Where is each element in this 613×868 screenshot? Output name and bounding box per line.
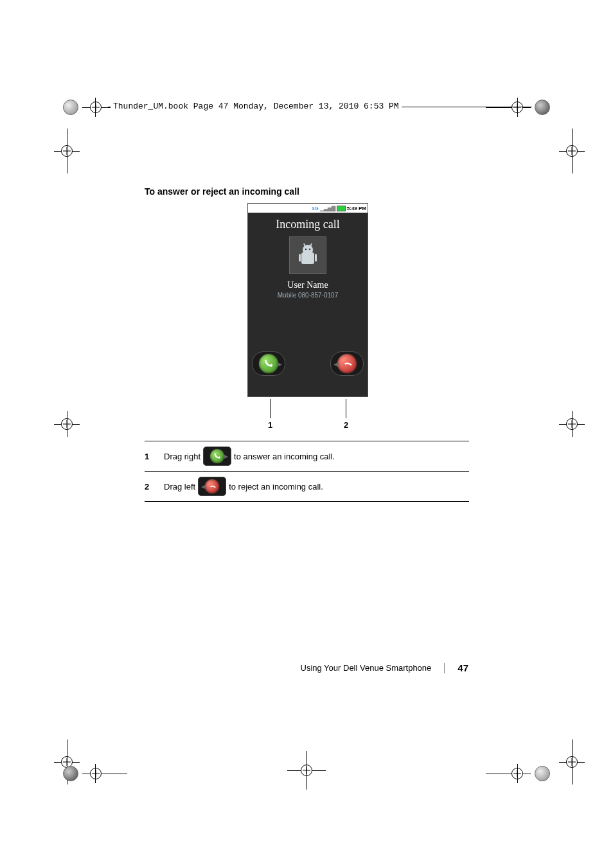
caller-name: User Name (248, 280, 368, 290)
callout-number-1: 1 (268, 420, 272, 430)
running-head: Thunder_UM.book Page 47 Monday, December… (111, 102, 402, 111)
page-number: 47 (458, 662, 468, 673)
phone-screen: 3G ▁▃▅▇ 5:49 PM Incoming call (247, 203, 368, 397)
signal-bars-icon: ▁▃▅▇ (320, 206, 335, 211)
footer-divider (444, 663, 445, 673)
table-row: 1 Drag right ▶ to answer an incoming cal… (145, 441, 469, 472)
android-avatar-icon (294, 241, 322, 269)
answer-slider-inline: ▶ (203, 447, 231, 466)
svg-point-4 (305, 249, 306, 250)
row-text-post: to reject an incoming call. (229, 482, 323, 492)
answer-slider[interactable]: ▶ (252, 351, 285, 376)
table-row: 2 Drag left ◀ to reject an incoming call… (145, 472, 469, 502)
crop-mark-top-right (486, 98, 550, 117)
footer-chapter: Using Your Dell Venue Smartphone (301, 663, 432, 673)
status-bar: 3G ▁▃▅▇ 5:49 PM (248, 204, 368, 213)
phone-reject-icon (205, 479, 219, 493)
network-3g-icon: 3G (312, 206, 319, 211)
screenshot-figure: 3G ▁▃▅▇ 5:49 PM Incoming call (145, 203, 469, 441)
row-number: 2 (145, 477, 164, 492)
phone-reject-icon (337, 354, 357, 373)
svg-point-1 (303, 245, 313, 255)
svg-point-5 (309, 249, 310, 250)
reject-slider-inline: ◀ (198, 477, 226, 496)
phone-answer-icon (259, 354, 278, 373)
phone-answer-icon (210, 449, 224, 463)
section-heading: To answer or reject an incoming call (145, 186, 469, 197)
row-number: 1 (145, 447, 164, 461)
row-text-post: to answer an incoming call. (234, 452, 335, 461)
svg-rect-7 (315, 254, 317, 261)
callout-line-2 (346, 399, 346, 418)
row-text-pre: Drag right (164, 452, 200, 461)
svg-rect-6 (299, 254, 301, 261)
caller-avatar (289, 236, 326, 274)
chevron-left-icon: ◀ (333, 360, 339, 368)
chevron-right-icon: ▶ (224, 454, 228, 459)
incoming-call-title: Incoming call (248, 218, 368, 231)
battery-icon (337, 206, 346, 211)
crop-mark-bottom-right (486, 764, 550, 783)
row-text-pre: Drag left (164, 482, 195, 492)
chevron-left-icon: ◀ (201, 484, 205, 490)
page-footer: Using Your Dell Venue Smartphone 47 (301, 662, 469, 673)
status-time: 5:49 PM (347, 206, 366, 211)
reject-slider[interactable]: ◀ (330, 351, 364, 376)
caller-detail: Mobile 080-857-0107 (248, 292, 368, 299)
callout-number-2: 2 (344, 420, 348, 430)
svg-line-3 (310, 244, 312, 247)
callout-line-1 (270, 399, 271, 418)
crop-mark-bottom-center (287, 751, 326, 790)
instruction-table: 1 Drag right ▶ to answer an incoming cal… (145, 441, 469, 502)
chevron-right-icon: ▶ (277, 360, 282, 368)
svg-line-2 (304, 244, 305, 247)
crop-mark-bottom-left (63, 764, 127, 783)
